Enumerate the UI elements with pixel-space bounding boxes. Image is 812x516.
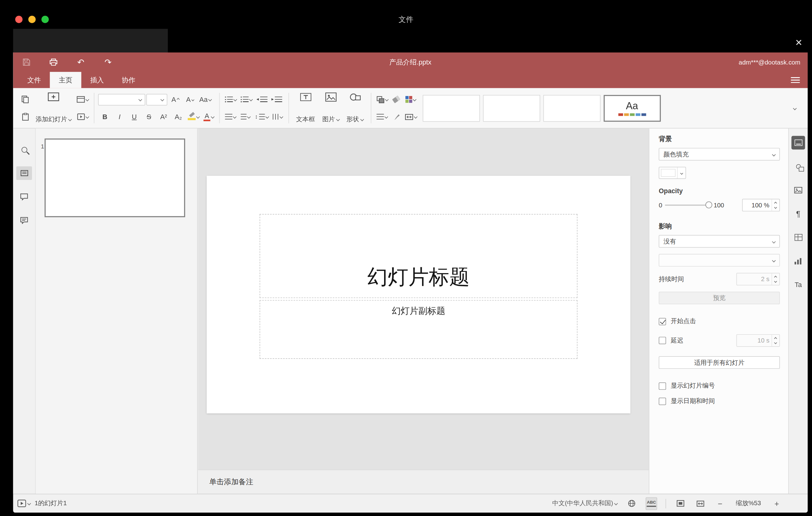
text-box-button[interactable]: 文本框 <box>292 91 319 125</box>
effect-select[interactable]: 没有 <box>659 235 780 248</box>
opacity-input[interactable]: 100 % <box>742 199 780 211</box>
theme-option-1[interactable] <box>422 95 480 122</box>
start-on-click-checkbox[interactable] <box>659 318 666 325</box>
slide-layout-button[interactable] <box>75 93 90 106</box>
save-button[interactable] <box>20 56 32 68</box>
shape-settings-tab[interactable] <box>791 160 805 173</box>
zoom-in-button[interactable]: + <box>771 497 782 510</box>
preview-button[interactable]: 预览 <box>659 292 780 304</box>
comments-panel-button[interactable] <box>16 190 32 203</box>
show-slide-number-checkbox[interactable] <box>659 382 666 390</box>
slide-counter: 1的幻灯片1 <box>34 499 67 508</box>
zoom-out-button[interactable]: − <box>714 497 726 510</box>
background-fill-select[interactable]: 颜色填充 <box>659 148 780 161</box>
slide-settings-tab[interactable] <box>791 136 805 149</box>
slide-layout-icon <box>77 96 85 103</box>
numbering-icon <box>241 96 241 103</box>
add-slide-button[interactable]: 添加幻灯片 <box>32 91 75 125</box>
undo-button[interactable]: ↶ <box>75 56 86 68</box>
image-settings-icon <box>794 187 803 193</box>
textart-settings-tab[interactable]: Ta <box>791 278 805 291</box>
superscript-button[interactable]: A² <box>157 110 170 123</box>
image-settings-tab[interactable] <box>791 183 805 197</box>
copy-button[interactable] <box>19 93 32 106</box>
theme-option-2[interactable] <box>483 95 540 122</box>
notes-area[interactable]: 单击添加备注 <box>198 470 649 494</box>
start-slideshow-button[interactable] <box>75 110 90 123</box>
font-color-button[interactable]: A <box>202 110 216 123</box>
line-spacing-button[interactable]: ↕ <box>253 110 270 123</box>
insert-columns-button[interactable] <box>271 110 285 123</box>
vertical-align-button[interactable] <box>239 110 252 123</box>
paste-button[interactable] <box>19 110 32 123</box>
font-size-select[interactable] <box>146 93 167 105</box>
slider-knob[interactable] <box>705 202 712 208</box>
slide-thumbnail-1[interactable] <box>45 139 185 217</box>
increase-font-button[interactable]: A <box>169 93 182 106</box>
align-objects-button[interactable] <box>375 110 390 123</box>
decrease-indent-button[interactable]: ◂ <box>255 93 269 106</box>
highlight-color-icon <box>188 113 196 120</box>
italic-button[interactable]: I <box>113 110 126 123</box>
chat-panel-button[interactable] <box>16 213 32 227</box>
fit-slide-button[interactable] <box>674 497 686 510</box>
clear-style-button[interactable] <box>389 93 403 106</box>
subtitle-placeholder[interactable]: 幻灯片副标题 <box>260 300 578 359</box>
hamburger-icon[interactable] <box>791 77 800 83</box>
opacity-slider[interactable] <box>665 202 711 209</box>
highlight-color-button[interactable] <box>186 110 201 123</box>
search-button[interactable] <box>16 143 32 156</box>
decrease-font-button[interactable]: A <box>183 93 197 106</box>
fit-width-button[interactable] <box>694 497 706 510</box>
underline-button[interactable]: U <box>127 110 141 123</box>
duration-input[interactable]: 2 s <box>736 273 780 285</box>
slide-size-button[interactable] <box>403 110 418 123</box>
horizontal-align-button[interactable] <box>223 110 237 123</box>
color-scheme-button[interactable] <box>403 93 418 106</box>
numbering-button[interactable] <box>239 93 254 106</box>
increase-indent-button[interactable]: ▸ <box>270 93 284 106</box>
play-icon <box>17 499 26 507</box>
bullets-button[interactable] <box>223 93 238 106</box>
theme-option-selected[interactable]: Aa <box>604 95 661 122</box>
language-select[interactable]: 中文(中华人民共和国) <box>552 497 617 510</box>
title-placeholder[interactable]: 幻灯片标题 <box>260 214 578 298</box>
delay-checkbox[interactable] <box>659 337 666 344</box>
table-settings-tab[interactable] <box>791 230 805 244</box>
slides-panel-button[interactable] <box>16 166 32 180</box>
font-name-select[interactable] <box>98 93 145 105</box>
strikethrough-button[interactable]: S <box>142 110 156 123</box>
tab-home[interactable]: 主页 <box>50 72 82 88</box>
add-slide-label: 添加幻灯片 <box>36 115 67 124</box>
paragraph-settings-tab[interactable]: ¶ <box>791 207 805 220</box>
delay-input[interactable]: 10 s <box>736 334 780 347</box>
redo-button[interactable]: ↷ <box>103 56 114 68</box>
close-icon[interactable]: ✕ <box>791 36 807 49</box>
theme-gallery-expand-button[interactable] <box>787 91 803 125</box>
theme-option-3[interactable] <box>543 95 600 122</box>
line-spacing-icon: ↕ <box>255 114 258 120</box>
apply-to-all-slides-button[interactable]: 适用于所有幻灯片 <box>659 356 780 369</box>
tab-insert[interactable]: 插入 <box>82 72 113 88</box>
copy-style-button[interactable] <box>389 110 403 123</box>
change-case-button[interactable]: Aa <box>198 93 213 106</box>
insert-shape-button[interactable]: 形状 <box>343 91 367 125</box>
align-objects-icon <box>377 114 384 120</box>
subscript-button[interactable]: A₂ <box>172 110 185 123</box>
arrange-button[interactable] <box>375 93 390 106</box>
background-color-picker[interactable] <box>659 167 686 179</box>
print-button[interactable] <box>48 56 59 68</box>
slide-1[interactable]: 幻灯片标题 幻灯片副标题 <box>207 176 631 413</box>
start-slideshow-status-button[interactable] <box>17 497 31 510</box>
spellcheck-button[interactable]: ABC <box>646 497 657 510</box>
insert-image-button[interactable]: 图片 <box>319 91 343 125</box>
tab-file[interactable]: 文件 <box>19 72 50 88</box>
chart-settings-tab[interactable] <box>791 254 805 267</box>
shape-label: 形状 <box>346 115 359 124</box>
mac-titlebar: 文件 <box>0 0 812 29</box>
tab-collaboration[interactable]: 协作 <box>113 72 144 88</box>
set-language-button[interactable] <box>626 497 637 510</box>
effect-type-select[interactable] <box>659 254 780 267</box>
bold-button[interactable]: B <box>98 110 112 123</box>
show-date-time-checkbox[interactable] <box>659 398 666 405</box>
